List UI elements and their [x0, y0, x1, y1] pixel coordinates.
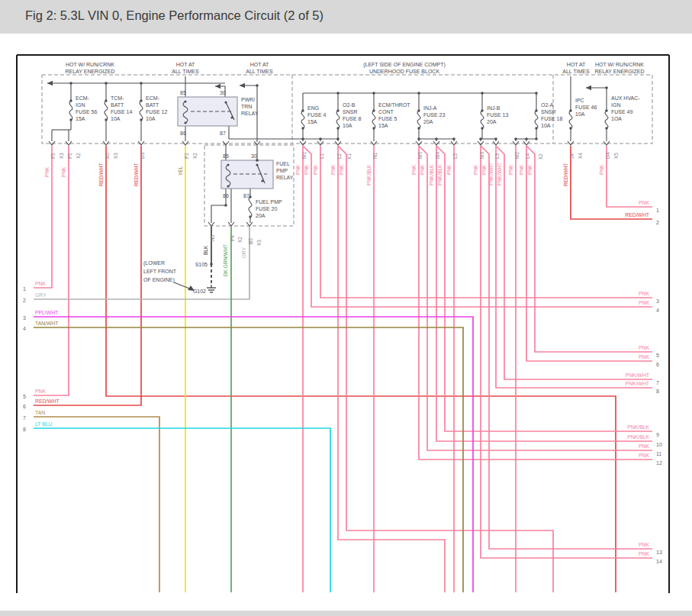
diagram-label: X3: [113, 153, 118, 159]
fuse-terminal: [417, 109, 420, 111]
ground-symbol-icon: [207, 285, 216, 292]
left-stub-number: 4: [23, 326, 26, 331]
fuse-element: [605, 111, 608, 128]
left-stub-number: 5: [23, 394, 26, 399]
diagram-label: AUX HVAC-: [611, 95, 640, 101]
diagram-label: L3: [494, 153, 500, 159]
fuse-terminal: [69, 118, 72, 121]
diagram-label: BATT: [146, 102, 159, 108]
fuse-terminal: [605, 127, 607, 129]
diagram-label: G4: [605, 152, 610, 159]
diagram-label: PNK/WHT: [497, 163, 502, 185]
diagram-label: N1: [372, 152, 378, 159]
diagram-label: YEL: [178, 166, 183, 176]
diagram-label: HOT AT: [176, 62, 195, 67]
diagram-label: PNK: [473, 164, 478, 175]
diagram-label: LEFT FRONT: [143, 269, 177, 274]
connector-arrow-icon: [246, 222, 253, 226]
diagram-label: INJ-A: [423, 105, 437, 111]
diagram-label: INJ-B: [487, 105, 500, 111]
diagram-label: J4: [569, 153, 575, 159]
diagram-label: PNK: [339, 164, 344, 175]
diagram-label: PNK: [508, 164, 513, 175]
diagram-label: HOT W/ RUN/CRNK: [595, 62, 644, 67]
diagram-label: 10A: [146, 116, 156, 121]
diagram-label: PNK: [330, 164, 336, 175]
diagram-label: 30: [220, 90, 226, 95]
junction-dot: [336, 92, 340, 95]
fuse-element: [249, 197, 252, 217]
diagram-label: ENG: [307, 105, 319, 111]
diagram-label: FUSE 49: [611, 109, 633, 114]
junction-dot: [417, 92, 420, 95]
fuse-element: [336, 111, 340, 128]
diagram-label: TCM-: [111, 95, 124, 101]
diagram-label: 20A: [423, 119, 433, 124]
fuse-element: [481, 111, 484, 128]
junction-dot: [514, 137, 517, 140]
wiring-diagram-canvas: HOT W/ RUN/CRNKRELAY ENERGIZEDHOT ATALL …: [0, 34, 692, 616]
wire-ltblu: [34, 428, 330, 592]
fuse-element: [535, 111, 538, 128]
fuse-terminal: [301, 127, 304, 129]
diagram-label: 15A: [378, 123, 388, 128]
junction-dot: [535, 92, 538, 95]
diagram-label: (LEFT SIDE OF ENGINE COMPT): [363, 62, 446, 68]
fuse-element: [569, 111, 572, 128]
diagram-label: O2-B: [343, 102, 356, 108]
bottom-strip: [0, 611, 692, 616]
diagram-label: N5: [210, 234, 215, 241]
diagram-label: PNK/BLK: [429, 164, 434, 185]
fuse-terminal: [605, 109, 607, 111]
left-stub-number: 8: [23, 427, 26, 432]
fuse-terminal: [372, 109, 375, 111]
right-stub-number: 2: [656, 220, 659, 225]
diagram-label: RED/WHT: [98, 163, 104, 186]
diagram-label: FUSE 12: [146, 109, 168, 114]
diagram-label: M5: [417, 152, 423, 159]
fuse-terminal: [481, 127, 483, 129]
diagram-label: PNK/BLK: [366, 164, 372, 185]
junction-dot: [301, 137, 304, 140]
wire-pnkwht-l3b: [496, 146, 652, 379]
diagram-label: X5: [613, 153, 619, 159]
fuse-terminal: [140, 99, 142, 102]
diagram-label: PNK/BLK: [437, 164, 443, 185]
diagram-label: L1: [319, 153, 324, 159]
diagram-label: B5: [248, 238, 253, 244]
diagram-label: P2: [184, 153, 189, 159]
diagram-label: PNK: [446, 164, 452, 175]
wire-pnkblk-m4a: [436, 146, 652, 441]
fuse-element: [140, 101, 143, 120]
diagram-label: 87: [243, 193, 249, 198]
diagram-label: BATT: [111, 102, 124, 108]
diagram-label: 85: [180, 90, 186, 95]
right-stub-number: 4: [656, 308, 659, 313]
junction-dot: [494, 137, 497, 140]
diagram-label: PNK: [481, 164, 487, 175]
diagram-label: PNK/WHT: [488, 163, 494, 185]
diagram-label: FUSE 13: [487, 112, 509, 118]
wire-inja-out: [419, 128, 454, 139]
junction-dot: [336, 137, 340, 140]
left-stub-label: TAN/WHT: [35, 321, 58, 326]
diagram-label: HOT AT: [250, 62, 269, 67]
diagram-label: FUSE 23: [423, 112, 446, 118]
diagram-label: PNK: [411, 164, 417, 175]
fuse-element: [372, 111, 375, 128]
left-stub-number: 7: [23, 415, 26, 421]
diagram-label: D3: [140, 152, 145, 159]
diagram-label: HOT W/ RUN/CRNK: [66, 62, 114, 67]
diagram-label: A5: [105, 153, 110, 159]
diagram-label: ALL TIMES: [246, 69, 273, 74]
diagram-label: HOT AT: [567, 62, 586, 67]
diagram-label: 86: [223, 193, 229, 198]
diagram-label: X1: [346, 153, 352, 160]
diagram-label: TRN: [241, 104, 252, 109]
diagram-label: UNDERHOOD FUSE BLOCK: [369, 69, 440, 74]
wire-tanwht: [34, 327, 463, 592]
right-stub-label: PNK/WHT: [626, 373, 649, 378]
fuse-terminal: [372, 127, 375, 129]
diagram-label: ECM/THROT: [378, 102, 410, 108]
diagram-label: 15A: [307, 119, 317, 124]
